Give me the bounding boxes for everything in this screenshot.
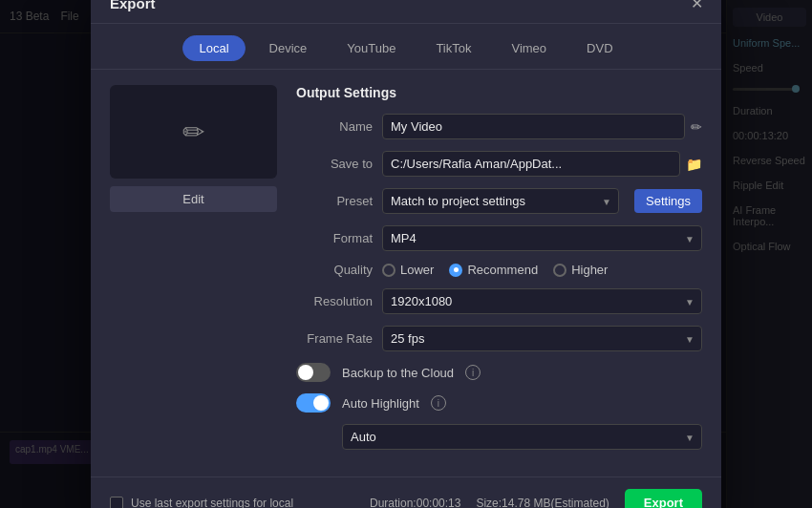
auto-highlight-toggle[interactable]: [296, 393, 331, 413]
quality-options: Lower Recommend Higher: [382, 263, 702, 277]
quality-recommend-label: Recommend: [467, 263, 538, 277]
quality-row: Quality Lower Recommend Higher: [296, 263, 702, 277]
frame-rate-row: Frame Rate 25 fps ▼: [296, 326, 702, 351]
name-edit-icon[interactable]: ✏: [691, 119, 702, 135]
export-button[interactable]: Export: [625, 489, 702, 508]
radio-recommend: [449, 264, 462, 277]
folder-browse-icon[interactable]: 📁: [686, 157, 702, 172]
auto-select[interactable]: Auto: [342, 424, 702, 450]
radio-higher: [553, 264, 566, 277]
backup-toggle-thumb: [298, 365, 313, 380]
format-row: Format MP4 ▼: [296, 225, 702, 251]
checkbox-label: Use last export settings for local: [131, 497, 293, 509]
quality-higher[interactable]: Higher: [553, 263, 608, 277]
settings-button[interactable]: Settings: [634, 189, 702, 213]
modal-body: ✏ Edit Output Settings Name ✏ Save to: [91, 70, 721, 476]
tab-youtube[interactable]: YouTube: [331, 35, 412, 61]
auto-highlight-info-symbol: i: [438, 398, 439, 409]
footer-meta: Duration:00:00:13 Size:14.78 MB(Estimate…: [370, 489, 702, 508]
auto-highlight-info-icon[interactable]: i: [431, 395, 446, 411]
auto-highlight-toggle-row: Auto Highlight i: [296, 393, 702, 413]
info-symbol: i: [472, 368, 474, 378]
save-to-wrapper: 📁: [382, 151, 702, 177]
backup-toggle[interactable]: [296, 363, 331, 382]
checkbox-row: Use last export settings for local: [110, 497, 293, 509]
name-input[interactable]: [382, 114, 685, 139]
backup-toggle-row: Backup to the Cloud i: [296, 363, 702, 382]
tab-dvd[interactable]: DVD: [570, 35, 629, 61]
quality-higher-label: Higher: [571, 263, 608, 277]
tab-device[interactable]: Device: [253, 35, 324, 61]
tab-local[interactable]: Local: [182, 35, 245, 61]
tab-bar: Local Device YouTube TikTok Vimeo DVD: [91, 24, 721, 70]
modal-footer: Use last export settings for local Durat…: [91, 476, 721, 508]
auto-select-wrapper: Auto ▼: [342, 424, 702, 450]
frame-rate-select[interactable]: 25 fps: [382, 326, 702, 351]
export-modal: Export ✕ Local Device YouTube TikTok Vim…: [91, 0, 721, 508]
auto-highlight-label: Auto Highlight: [342, 396, 419, 411]
preview-section: ✏ Edit: [110, 85, 277, 461]
footer-size: Size:14.78 MB(Estimated): [476, 497, 609, 509]
modal-title: Export: [110, 0, 156, 11]
quality-recommend[interactable]: Recommend: [449, 263, 538, 277]
frame-rate-select-wrapper: 25 fps ▼: [382, 326, 702, 351]
quality-lower[interactable]: Lower: [382, 263, 434, 277]
preset-select[interactable]: Match to project settings: [382, 188, 619, 214]
radio-lower: [382, 264, 395, 277]
tab-tiktok[interactable]: TikTok: [419, 35, 487, 61]
preset-select-wrapper: Match to project settings ▼: [382, 188, 619, 214]
backup-label: Backup to the Cloud: [342, 366, 454, 380]
quality-label: Quality: [296, 263, 373, 277]
modal-overlay: Export ✕ Local Device YouTube TikTok Vim…: [0, 0, 812, 508]
save-to-label: Save to: [296, 157, 373, 171]
preview-box: ✏: [110, 85, 277, 179]
save-to-row: Save to 📁: [296, 151, 702, 177]
resolution-row: Resolution 1920x1080 ▼: [296, 288, 702, 314]
resolution-select[interactable]: 1920x1080: [382, 288, 702, 314]
frame-rate-label: Frame Rate: [296, 331, 373, 346]
format-label: Format: [296, 231, 373, 245]
name-label: Name: [296, 119, 373, 134]
resolution-label: Resolution: [296, 294, 373, 308]
auto-highlight-toggle-thumb: [313, 395, 329, 411]
edit-button[interactable]: Edit: [110, 186, 277, 212]
format-select-wrapper: MP4 ▼: [382, 225, 702, 251]
tab-vimeo[interactable]: Vimeo: [495, 35, 563, 61]
name-row: Name ✏: [296, 114, 702, 139]
footer-duration: Duration:00:00:13: [370, 497, 460, 509]
modal-header: Export ✕: [91, 0, 721, 24]
settings-title: Output Settings: [296, 85, 702, 100]
backup-info-icon[interactable]: i: [465, 365, 481, 380]
auto-select-row: Auto ▼: [296, 424, 702, 450]
name-input-wrapper: ✏: [382, 114, 702, 139]
preset-row: Preset Match to project settings ▼ Setti…: [296, 188, 702, 214]
save-to-input[interactable]: [382, 151, 680, 177]
last-settings-checkbox[interactable]: [110, 497, 123, 509]
quality-lower-label: Lower: [400, 263, 434, 277]
format-select[interactable]: MP4: [382, 225, 702, 251]
pencil-icon: ✏: [182, 116, 204, 148]
preset-label: Preset: [296, 194, 373, 208]
modal-close-button[interactable]: ✕: [687, 0, 706, 12]
resolution-select-wrapper: 1920x1080 ▼: [382, 288, 702, 314]
settings-section: Output Settings Name ✏ Save to 📁: [296, 85, 702, 461]
